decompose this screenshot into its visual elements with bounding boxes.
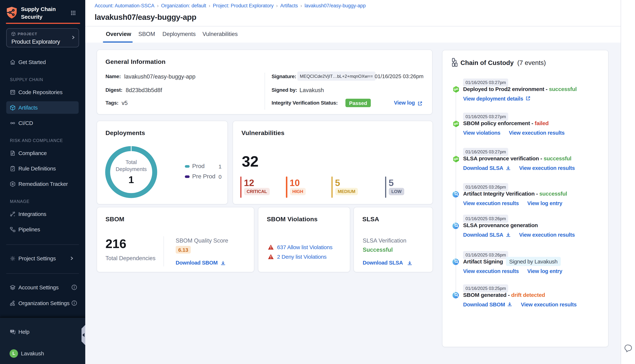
svg-text:?: ?: [12, 330, 13, 332]
